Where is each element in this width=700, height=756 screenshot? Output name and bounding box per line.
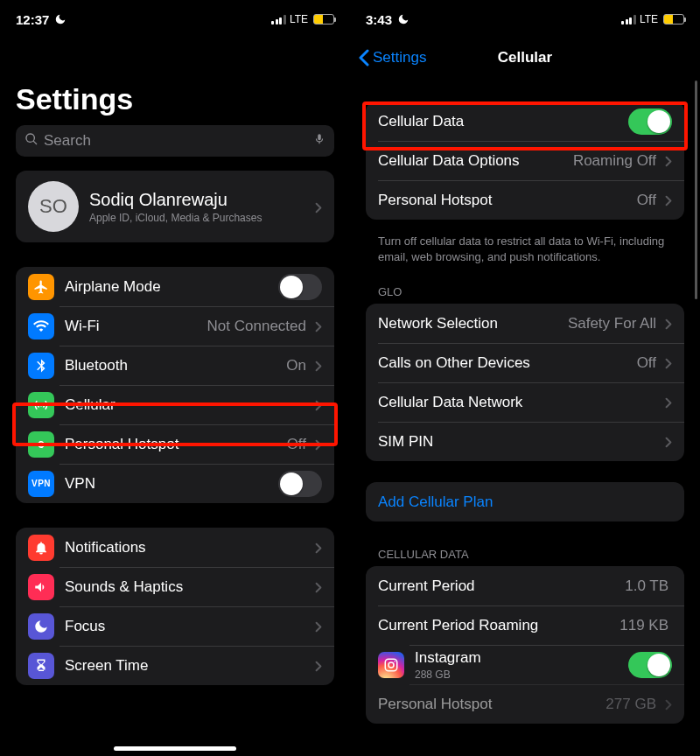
row-label: Personal Hotspot <box>378 192 492 209</box>
settings-root-screen: 12:37 LTE Settings Search SO Sodiq Olanr… <box>0 0 350 756</box>
row-label: Sounds & Haptics <box>65 578 183 596</box>
chevron-right-icon <box>665 318 672 329</box>
cellular-main-group: Cellular Data Cellular Data Options Roam… <box>366 102 684 220</box>
search-field[interactable]: Search <box>16 125 334 157</box>
connectivity-group: Airplane Mode Wi-Fi Not Connected Blueto… <box>16 267 334 503</box>
cellular-data-network-row[interactable]: Cellular Data Network <box>366 382 684 422</box>
vpn-toggle[interactable] <box>278 471 322 497</box>
nav-bar: Settings Cellular <box>350 38 700 77</box>
apple-id-row[interactable]: SO Sodiq Olanrewaju Apple ID, iCloud, Me… <box>16 171 334 242</box>
focus-row[interactable]: Focus <box>16 606 334 646</box>
chevron-right-icon <box>315 201 322 213</box>
cellular-antenna-icon <box>28 392 54 418</box>
chevron-right-icon <box>315 660 322 671</box>
airplane-mode-row[interactable]: Airplane Mode <box>16 267 334 306</box>
signal-bars-icon <box>271 14 286 24</box>
row-label: Current Period <box>378 578 475 595</box>
row-value: Safety For All <box>568 315 660 332</box>
chevron-right-icon <box>665 436 672 447</box>
chevron-right-icon <box>315 399 322 410</box>
row-label: Add Cellular Plan <box>378 494 493 511</box>
chevron-right-icon <box>315 320 322 332</box>
bluetooth-row[interactable]: Bluetooth On <box>16 346 334 385</box>
cellular-row[interactable]: Cellular <box>16 385 334 424</box>
sounds-row[interactable]: Sounds & Haptics <box>16 567 334 606</box>
signal-bars-icon <box>621 14 636 24</box>
row-label: Airplane Mode <box>65 278 161 296</box>
battery-icon <box>313 14 334 24</box>
avatar: SO <box>28 181 79 232</box>
moon-icon <box>28 613 54 640</box>
app-usage-instagram-row[interactable]: Instagram 288 GB <box>366 645 684 684</box>
bluetooth-icon <box>28 353 54 379</box>
row-label: Calls on Other Devices <box>378 354 530 372</box>
chevron-right-icon <box>665 698 672 710</box>
row-value: 1.0 TB <box>625 578 672 595</box>
row-value: Roaming Off <box>573 152 660 170</box>
scroll-indicator[interactable] <box>695 80 697 299</box>
vpn-icon: VPN <box>28 471 54 497</box>
battery-icon <box>663 14 684 24</box>
row-label: Focus <box>65 618 105 635</box>
network-type-label: LTE <box>290 13 308 25</box>
wifi-row[interactable]: Wi-Fi Not Connected <box>16 306 334 346</box>
airplane-toggle[interactable] <box>278 274 322 300</box>
app-name: Instagram <box>415 649 481 667</box>
row-label: Wi-Fi <box>65 318 100 335</box>
home-indicator[interactable] <box>114 746 236 751</box>
search-placeholder: Search <box>44 132 308 150</box>
svg-point-1 <box>388 662 394 668</box>
network-type-label: LTE <box>640 13 658 25</box>
hourglass-icon <box>28 653 54 679</box>
cellular-data-toggle[interactable] <box>628 108 672 135</box>
notifications-row[interactable]: Notifications <box>16 528 334 567</box>
bell-icon <box>28 535 54 561</box>
row-value: 277 GB <box>606 696 660 713</box>
app-usage: 288 GB <box>415 668 481 681</box>
airplane-icon <box>28 274 54 300</box>
apple-id-group: SO Sodiq Olanrewaju Apple ID, iCloud, Me… <box>16 171 334 242</box>
carrier-section-header: GLO <box>350 280 700 304</box>
chevron-right-icon <box>665 396 672 408</box>
row-label: Cellular Data Options <box>378 152 520 170</box>
calls-on-other-devices-row[interactable]: Calls on Other Devices Off <box>366 343 684 382</box>
chevron-right-icon <box>315 360 322 371</box>
sim-pin-row[interactable]: SIM PIN <box>366 422 684 461</box>
chevron-right-icon <box>665 357 672 368</box>
app-cellular-toggle[interactable] <box>628 652 672 678</box>
vpn-row[interactable]: VPN VPN <box>16 464 334 503</box>
row-value: Off <box>637 354 660 372</box>
status-time: 12:37 <box>16 12 49 27</box>
cellular-data-section-header: CELLULAR DATA <box>350 542 700 566</box>
row-label: VPN <box>65 475 95 493</box>
cellular-data-row[interactable]: Cellular Data <box>366 102 684 141</box>
chevron-right-icon <box>315 581 322 592</box>
wifi-icon <box>28 313 54 340</box>
notifications-group: Notifications Sounds & Haptics Focus Scr… <box>16 528 334 685</box>
status-time: 3:43 <box>366 12 392 27</box>
add-cellular-plan-row[interactable]: Add Cellular Plan <box>366 482 684 522</box>
row-label: Current Period Roaming <box>378 617 538 634</box>
row-label: Network Selection <box>378 315 498 332</box>
row-label: Cellular <box>65 396 116 414</box>
personal-hotspot-row[interactable]: Personal Hotspot Off <box>16 424 334 464</box>
chevron-right-icon <box>315 620 322 632</box>
current-period-roaming-row: Current Period Roaming 119 KB <box>366 606 684 645</box>
personal-hotspot-row[interactable]: Personal Hotspot Off <box>366 180 684 220</box>
dictation-mic-icon[interactable] <box>313 131 326 150</box>
row-label: Personal Hotspot <box>65 436 178 453</box>
hotspot-usage-row[interactable]: Personal Hotspot 277 GB <box>366 684 684 724</box>
row-value: Not Connected <box>207 318 310 335</box>
nav-title: Cellular <box>350 49 700 66</box>
row-label: Screen Time <box>65 657 148 675</box>
data-usage-group: Current Period 1.0 TB Current Period Roa… <box>366 566 684 724</box>
screen-time-row[interactable]: Screen Time <box>16 646 334 685</box>
chevron-right-icon <box>315 542 322 553</box>
chevron-right-icon <box>315 438 322 450</box>
network-selection-row[interactable]: Network Selection Safety For All <box>366 304 684 343</box>
cellular-data-options-row[interactable]: Cellular Data Options Roaming Off <box>366 141 684 180</box>
chevron-right-icon <box>665 194 672 206</box>
row-label: Cellular Data Network <box>378 394 522 411</box>
cellular-settings-screen: 3:43 LTE Settings Cellular Cellular Data… <box>350 0 700 756</box>
row-label: SIM PIN <box>378 433 433 451</box>
